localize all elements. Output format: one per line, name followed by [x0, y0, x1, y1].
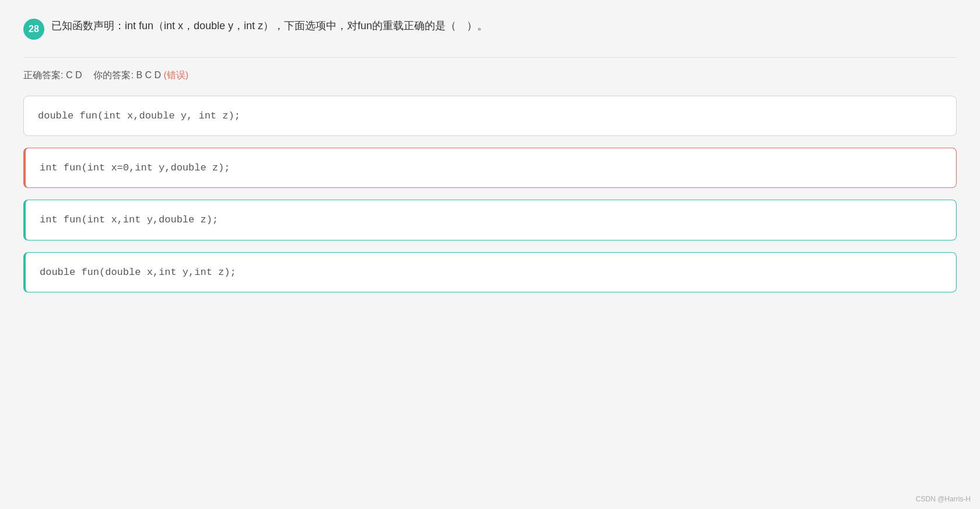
your-answer-value: B C D	[136, 70, 161, 80]
correct-answer-value: C D	[66, 70, 82, 80]
watermark: CSDN @Harris-H	[916, 495, 971, 503]
option-box-b: int fun(int x=0,int y,double z);	[23, 148, 957, 188]
error-tag: (错误)	[164, 70, 189, 80]
question-text: 已知函数声明：int fun（int x，double y，int z），下面选…	[51, 18, 488, 34]
answer-line: 正确答案: C D 你的答案: B C D (错误)	[23, 69, 957, 82]
divider	[23, 57, 957, 58]
answer-section: 正确答案: C D 你的答案: B C D (错误)	[23, 69, 957, 82]
options-container: double fun(int x,double y, int z);int fu…	[23, 96, 957, 292]
option-box-c: int fun(int x,int y,double z);	[23, 200, 957, 240]
your-answer-label: 你的答案: B C D (错误)	[93, 69, 188, 82]
question-header: 28 已知函数声明：int fun（int x，double y，int z），…	[23, 18, 957, 40]
option-box-a: double fun(int x,double y, int z);	[23, 96, 957, 136]
option-box-d: double fun(double x,int y,int z);	[23, 252, 957, 292]
correct-answer-label: 正确答案: C D	[23, 69, 82, 82]
question-number-badge: 28	[23, 19, 44, 40]
